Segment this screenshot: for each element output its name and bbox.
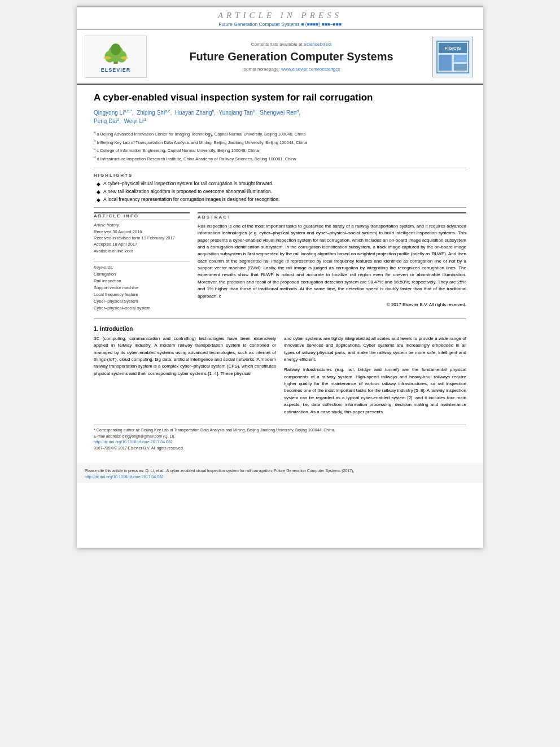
history-accepted: Accepted 18 April 2017: [94, 241, 190, 247]
footer-bar: Please cite this article in press as: Q.…: [77, 465, 483, 483]
intro-title: 1. Introduction: [94, 326, 466, 332]
aip-title: ARTICLE IN PRESS: [77, 11, 483, 20]
svg-point-4: [111, 43, 121, 55]
col-article-info: ARTICLE INFO Article history: Received 3…: [94, 212, 190, 312]
divider-1: [94, 168, 466, 168]
homepage-url[interactable]: www.elsevier.com/locate/fgcs: [281, 67, 340, 72]
affiliation-a: a a Beijing Advanced Innovation Center f…: [94, 129, 466, 137]
keywords-list: Corrugation Rail inspection Support vect…: [94, 271, 190, 312]
author-shengwei: Shengwei Ren: [260, 110, 296, 116]
author-peng: Peng Dai: [94, 119, 117, 125]
history-available: Available online xxxx: [94, 248, 190, 254]
history-received: Received 30 August 2016: [94, 229, 190, 235]
article-in-press-banner: ARTICLE IN PRESS Future Generation Compu…: [77, 6, 483, 30]
two-col-info-abstract: ARTICLE INFO Article history: Received 3…: [94, 212, 466, 312]
highlight-item-2: ◆ A new rail localization algorithm is p…: [97, 189, 466, 195]
article-title: A cyber-enabled visual inspection system…: [94, 91, 466, 104]
svg-rect-10: [454, 64, 467, 71]
article-info-box: ARTICLE INFO Article history: Received 3…: [94, 212, 190, 261]
affiliation-b: b b Beijing Key Lab of Transportation Da…: [94, 138, 466, 146]
keyword-5: Cyber–physical System: [94, 298, 190, 305]
divider-2: [94, 207, 466, 208]
intro-col-right: and cyber systems are tightly integrated…: [284, 335, 466, 419]
header-left: ELSEVIER: [85, 36, 152, 78]
elsevier-text: ELSEVIER: [101, 67, 131, 73]
history-revised: Received in revised form 13 February 201…: [94, 235, 190, 241]
footnote-doi-link[interactable]: http://dx.doi.org/10.1016/j.future.2017.…: [94, 440, 173, 444]
svg-rect-8: [439, 55, 452, 71]
divider-3: [94, 318, 466, 319]
page: ARTICLE IN PRESS Future Generation Compu…: [77, 6, 483, 548]
highlight-item-1: ◆ A cyber–physical visual inspection sys…: [97, 181, 466, 187]
author-qingyong: Qingyong Li: [94, 110, 124, 116]
header-right: F|G|C|S: [430, 36, 475, 78]
footnote-box: * Corresponding author at: Beijing Key L…: [94, 425, 466, 451]
intro-two-col: 3C (computing, communication and control…: [94, 335, 466, 419]
col-abstract: ABSTRACT Rail inspection is one of the m…: [198, 212, 466, 312]
journal-ref-text: Future Generation Computer Systems ■ (■■…: [218, 21, 342, 27]
abstract-text: Rail inspection is one of the most impor…: [198, 223, 466, 300]
author-huayan: Huayan Zhang: [175, 110, 212, 116]
contents-text: Contents lists available at: [251, 42, 303, 47]
abstract-label: ABSTRACT: [198, 213, 466, 220]
main-content: A cyber-enabled visual inspection system…: [77, 85, 483, 457]
journal-homepage: journal homepage: www.elsevier.com/locat…: [243, 67, 340, 72]
bullet-1: ◆: [97, 181, 100, 187]
highlights-section: HIGHLIGHTS ◆ A cyber–physical visual ins…: [94, 173, 466, 203]
keyword-3: Support vector machine: [94, 285, 190, 291]
sciencedirect-link[interactable]: ScienceDirect: [304, 42, 331, 47]
article-info-label: ARTICLE INFO: [94, 213, 190, 220]
authors-line: Qingyong Lia,b,*, Zhiping Shia,c, Huayan…: [94, 108, 466, 126]
highlights-list: ◆ A cyber–physical visual inspection sys…: [94, 181, 466, 203]
affiliation-c: c c College of Information Engineering, …: [94, 146, 466, 154]
author-zhiping: Zhiping Shi: [137, 110, 165, 116]
bullet-3: ◆: [97, 197, 100, 203]
header-center: Contents lists available at ScienceDirec…: [158, 36, 425, 78]
affiliations: a a Beijing Advanced Innovation Center f…: [94, 129, 466, 162]
abstract-section: ABSTRACT Rail inspection is one of the m…: [198, 212, 466, 307]
elsevier-logo: ELSEVIER: [85, 36, 147, 78]
intro-section: 1. Introduction 3C (computing, communica…: [94, 326, 466, 419]
footnote-corresponding: * Corresponding author at: Beijing Key L…: [94, 427, 466, 434]
author-weiyi: Weiyi Li: [124, 119, 143, 125]
svg-rect-9: [454, 55, 467, 62]
keywords-section: Keywords: Corrugation Rail inspection Su…: [94, 265, 190, 312]
keyword-6: Cyber–physical–social system: [94, 305, 190, 312]
intro-p1: 3C (computing, communication and control…: [94, 335, 276, 377]
keyword-4: Local frequency feature: [94, 291, 190, 298]
footnote-email: E-mail address: qingyongli@gmail.com (Q.…: [94, 434, 466, 440]
header-section: ELSEVIER Contents lists available at Sci…: [77, 30, 483, 85]
journal-title: Future Generation Computer Systems: [189, 50, 393, 63]
keyword-1: Corrugation: [94, 271, 190, 278]
figcis-logo: F|G|C|S: [432, 37, 473, 77]
keywords-label: Keywords:: [94, 265, 190, 270]
history-group: Article history: Received 30 August 2016…: [94, 222, 190, 254]
keyword-2: Rail inspection: [94, 278, 190, 285]
intro-p3: Railway infrastructures (e.g. rail, brid…: [284, 366, 466, 416]
homepage-text: journal homepage:: [243, 67, 280, 72]
history-label: Article history:: [94, 222, 190, 228]
highlights-label: HIGHLIGHTS: [94, 173, 466, 178]
affiliation-d: d d Infrastructure Inspection Research I…: [94, 154, 466, 162]
contents-line: Contents lists available at ScienceDirec…: [251, 42, 331, 47]
intro-col-left: 3C (computing, communication and control…: [94, 335, 276, 419]
abstract-copyright: © 2017 Elsevier B.V. All rights reserved…: [198, 302, 466, 307]
highlight-item-3: ◆ A local frequency representation for c…: [97, 196, 466, 203]
footnote-doi: http://dx.doi.org/10.1016/j.future.2017.…: [94, 439, 466, 445]
journal-ref-line: Future Generation Computer Systems ■ (■■…: [77, 21, 483, 27]
author-yunqiang: Yunqiang Tan: [219, 110, 253, 116]
intro-p2: and cyber systems are tightly integrated…: [284, 335, 466, 364]
bullet-2: ◆: [97, 189, 100, 195]
svg-text:F|G|C|S: F|G|C|S: [445, 46, 462, 51]
footer-cite-doi[interactable]: http://dx.doi.org/10.1016/j.future.2017.…: [85, 475, 164, 479]
footer-cite-text: Please cite this article in press as: Q.…: [85, 469, 354, 473]
footnote-issn: 0167-739X/© 2017 Elsevier B.V. All right…: [94, 445, 466, 452]
